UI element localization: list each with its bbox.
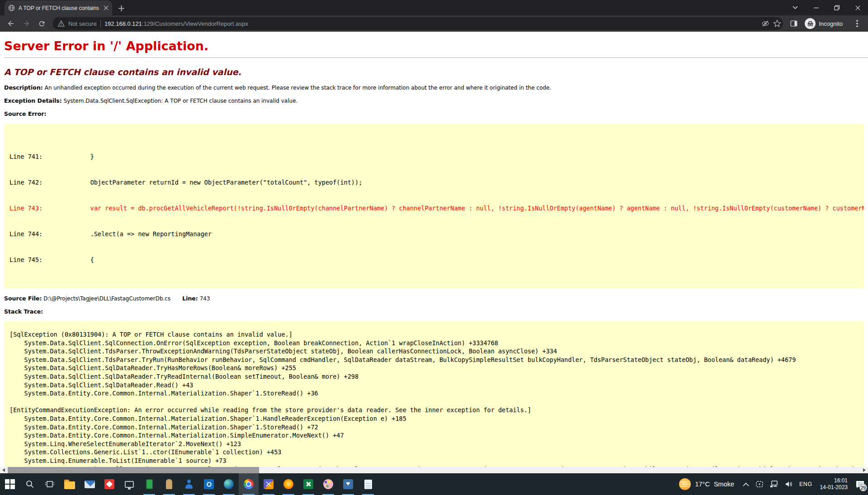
- description-text: An unhandled exception occurred during t…: [45, 85, 551, 91]
- tray-vm-icon[interactable]: [752, 473, 767, 495]
- description-line: Description: An unhandled exception occu…: [4, 84, 868, 91]
- notification-count-badge: 29: [859, 484, 867, 491]
- exception-details-line: Exception Details: System.Data.SqlClient…: [4, 97, 868, 104]
- clock-widget[interactable]: 16:01 14-01-2023: [816, 477, 852, 491]
- paint-icon[interactable]: [318, 473, 338, 495]
- snip-tool-icon[interactable]: [259, 473, 278, 495]
- horizontal-scrollbar[interactable]: [0, 467, 868, 473]
- stack-trace-box: [SqlException (0x80131904): A TOP or FET…: [4, 321, 864, 467]
- file-explorer-icon[interactable]: [60, 473, 80, 495]
- description-label: Description:: [4, 84, 43, 91]
- tab-search-chevron-icon[interactable]: [785, 0, 806, 15]
- code-line: Line 741: }: [9, 152, 859, 161]
- bookmark-star-icon[interactable]: [773, 19, 781, 28]
- url-host: 192.168.0.121: [104, 20, 142, 27]
- exception-label: Exception Details:: [4, 97, 62, 104]
- not-secure-warning-icon[interactable]: [58, 20, 65, 27]
- source-file-path: D:\@Projects\TagJee\DLL\FastagCustomerDb…: [43, 295, 170, 302]
- tab-close-icon[interactable]: [104, 5, 108, 10]
- notepad-icon[interactable]: [358, 473, 378, 495]
- incognito-label: Incognito: [819, 20, 843, 27]
- error-subtitle: A TOP or FETCH clause contains an invali…: [4, 67, 868, 77]
- source-line-number: 743: [200, 295, 210, 302]
- weather-condition: Smoke: [714, 481, 734, 488]
- window-controls: [785, 0, 868, 15]
- minimize-button[interactable]: [806, 0, 826, 15]
- globe-favicon-icon: [8, 5, 15, 11]
- stack-trace-label-line: Stack Trace:: [4, 308, 868, 315]
- system-tray: 17°C Smoke ENG 16:01 14-01-2023 2: [674, 473, 868, 495]
- task-view-icon[interactable]: [40, 473, 60, 495]
- eye-off-icon[interactable]: [761, 19, 769, 28]
- address-bar[interactable]: Not secure 192.168.0.121:129/Customers/V…: [52, 17, 783, 30]
- firefox-icon[interactable]: [278, 473, 298, 495]
- menu-dots-icon[interactable]: [850, 16, 864, 31]
- not-secure-label: Not secure: [68, 20, 97, 27]
- contacts-app-icon[interactable]: [179, 473, 199, 495]
- edge-icon[interactable]: [219, 473, 239, 495]
- code-line: Line 745: {: [9, 256, 859, 264]
- url-text: 192.168.0.121:129/Customers/ViewVendorRe…: [104, 20, 248, 27]
- action-center-icon[interactable]: 29: [852, 473, 868, 495]
- archive-app-icon[interactable]: [159, 473, 179, 495]
- mail-icon[interactable]: [80, 473, 99, 495]
- error-page: Server Error in '/' Application. A TOP o…: [0, 32, 868, 467]
- tray-volume-icon[interactable]: [782, 473, 796, 495]
- scrollbar-thumb[interactable]: [8, 467, 259, 473]
- divider: [4, 57, 868, 58]
- tray-chevron-up-icon[interactable]: [740, 473, 752, 495]
- close-button[interactable]: [847, 0, 868, 15]
- diamond-app-icon[interactable]: [99, 473, 119, 495]
- weather-temperature: 17°C: [695, 481, 709, 488]
- source-error-label-line: Source Error:: [4, 110, 868, 117]
- weather-widget[interactable]: 17°C Smoke: [674, 478, 740, 490]
- back-button[interactable]: [4, 16, 18, 31]
- new-tab-button[interactable]: [115, 2, 127, 14]
- excel-icon[interactable]: [298, 473, 318, 495]
- media-utility-icon[interactable]: [119, 473, 139, 495]
- language-indicator[interactable]: ENG: [796, 473, 816, 495]
- source-file-line: Source File: D:\@Projects\TagJee\DLL\Fas…: [4, 295, 868, 302]
- code-line: Line 742: ObjectParameter returnId = new…: [9, 178, 859, 187]
- start-button[interactable]: [0, 473, 20, 495]
- screen: A TOP or FETCH clause contains a: [0, 0, 868, 495]
- reload-button[interactable]: [34, 16, 49, 31]
- browser-tab[interactable]: A TOP or FETCH clause contains a: [5, 0, 112, 15]
- taskbar: 17°C Smoke ENG 16:01 14-01-2023 2: [0, 473, 868, 495]
- incognito-icon: [805, 18, 816, 29]
- url-path: :129/Customers/ViewVendorReport.aspx: [142, 20, 248, 27]
- phone-app-icon[interactable]: [139, 473, 159, 495]
- incognito-badge[interactable]: Incognito: [804, 17, 847, 30]
- tab-title: A TOP or FETCH clause contains a: [19, 5, 100, 11]
- scroll-left-arrow[interactable]: [0, 467, 7, 473]
- tray-network-icon[interactable]: [767, 473, 782, 495]
- outlook-icon[interactable]: [199, 473, 219, 495]
- browser-titlebar: A TOP or FETCH clause contains a: [0, 0, 868, 15]
- search-icon[interactable]: [20, 473, 40, 495]
- weather-icon: [679, 478, 691, 490]
- scroll-right-arrow[interactable]: [861, 467, 868, 473]
- source-error-box: Line 741: } Line 742: ObjectParameter re…: [4, 124, 864, 289]
- chrome-icon[interactable]: [239, 473, 259, 495]
- page-title: Server Error in '/' Application.: [4, 39, 868, 53]
- side-panel-icon[interactable]: [787, 16, 801, 31]
- exception-text: System.Data.SqlClient.SqlException: A TO…: [64, 98, 298, 104]
- download-app-icon[interactable]: [338, 473, 358, 495]
- browser-toolbar: Not secure 192.168.0.121:129/Customers/V…: [0, 15, 868, 32]
- tray-date: 14-01-2023: [820, 484, 848, 491]
- restore-button[interactable]: [826, 0, 847, 15]
- code-line: Line 744: .Select(a => new ReportingMana…: [9, 230, 859, 238]
- code-line-error: Line 743: var result = db.procGetAllVehi…: [9, 204, 859, 213]
- tray-time: 16:01: [834, 477, 848, 484]
- forward-button[interactable]: [19, 16, 33, 31]
- address-divider: [100, 20, 101, 27]
